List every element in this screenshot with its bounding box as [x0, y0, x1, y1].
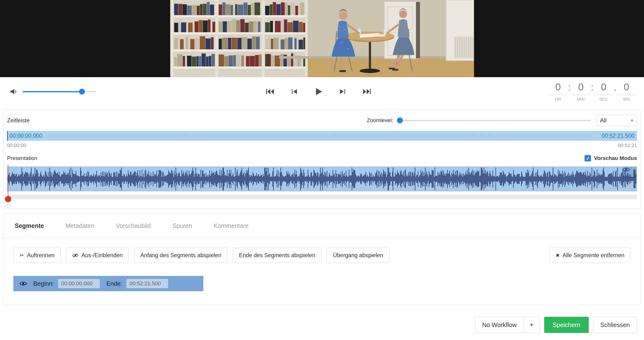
- transport-controls: [265, 77, 372, 106]
- remove-all-segments-label: Alle Segmente entfernen: [562, 252, 624, 259]
- workflow-select-value[interactable]: No Workflow: [475, 317, 524, 333]
- preview-mode-checkbox[interactable]: ✓: [584, 155, 591, 162]
- split-segment-label: Auftrennen: [27, 252, 54, 259]
- segment-list-item[interactable]: Beginn: Ende:: [14, 276, 203, 291]
- timeline-bar[interactable]: 00:00:00.000 00:52:21.500: [7, 131, 637, 141]
- tab-segmente[interactable]: Segmente: [15, 222, 44, 229]
- play-button[interactable]: [314, 87, 323, 96]
- time-hours: 0 HR: [549, 82, 568, 102]
- waveform-scrollbar[interactable]: [7, 195, 637, 199]
- tab-spuren[interactable]: Spuren: [172, 222, 192, 229]
- remove-all-segments-button[interactable]: ✖ Alle Segmente entfernen: [550, 248, 630, 263]
- segment-toolbar: ✂ Auftrennen Aus-/Einblenden Anfang des …: [14, 248, 630, 263]
- play-icon: [314, 87, 323, 96]
- zoom-range-value: All: [600, 117, 606, 124]
- zoom-slider[interactable]: [396, 120, 591, 121]
- timeline-ticks: [50, 135, 592, 137]
- segment-begin-label: Beginn:: [33, 280, 54, 287]
- save-button[interactable]: Speichern: [544, 317, 589, 333]
- waveform-svg: [7, 167, 637, 191]
- preview-mode-toggle[interactable]: ✓ Vorschau Modus: [584, 155, 637, 162]
- volume-fill: [22, 91, 82, 92]
- playhead-line: [8, 165, 8, 197]
- scissors-icon: ✂: [20, 252, 24, 258]
- volume-button[interactable]: [10, 88, 18, 95]
- waveform-section: [7, 167, 637, 199]
- workflow-select[interactable]: No Workflow ▾: [475, 317, 540, 333]
- next-frame-icon: [338, 88, 347, 96]
- chevron-down-icon: ▾: [530, 322, 533, 328]
- track-header: Presentation ✓ Vorschau Modus: [7, 152, 637, 165]
- video-stage: [0, 0, 644, 77]
- previous-frame-button[interactable]: [290, 88, 299, 96]
- skip-end-icon: [362, 88, 372, 96]
- axis-start-time: 00:00:00: [7, 143, 26, 149]
- editor-tabs-panel: Segmente Metadaten Vorschaubild Spuren K…: [4, 213, 640, 305]
- video-frame: [170, 0, 474, 77]
- speaker-icon: [10, 88, 18, 95]
- workflow-caret-button[interactable]: ▾: [524, 317, 540, 333]
- timeline-axis: 00:00:00 00:52:21: [7, 143, 637, 149]
- segment-end-label: Ende:: [106, 280, 122, 287]
- track-title: Presentation: [7, 155, 38, 162]
- eye-slash-icon: [72, 253, 78, 258]
- play-segment-end-label: Ende des Segments abspielen: [239, 252, 315, 259]
- segment-visibility-toggle[interactable]: [622, 167, 637, 178]
- split-segment-button[interactable]: ✂ Auftrennen: [14, 248, 61, 263]
- segment-eye-icon: [20, 281, 27, 286]
- time-ms-label: MS: [623, 97, 630, 102]
- preview-mode-label: Vorschau Modus: [594, 155, 637, 162]
- time-hours-label: HR: [555, 97, 561, 102]
- play-segment-start-label: Anfang des Segments abspielen: [140, 252, 221, 259]
- time-separator: :: [568, 82, 572, 93]
- play-transition-label: Übergang abspielen: [333, 252, 383, 259]
- play-segment-start-button[interactable]: Anfang des Segments abspielen: [134, 248, 228, 263]
- timeline-panel: Zeitleiste Zoomlevel: All ▾ 00:00:00.000…: [4, 110, 640, 209]
- waveform-track[interactable]: [7, 167, 637, 191]
- zoom-range-select[interactable]: All ▾: [596, 115, 637, 126]
- timeline-header: Zeitleiste Zoomlevel: All ▾: [7, 110, 637, 131]
- active-tab-notch: [25, 235, 31, 241]
- segment-begin-input[interactable]: [58, 279, 100, 289]
- timeline-title: Zeitleiste: [7, 117, 30, 124]
- remove-icon: ✖: [556, 253, 560, 258]
- tab-kommentare[interactable]: Kommentare: [214, 222, 248, 229]
- time-minutes: 0 MIN: [572, 82, 590, 102]
- time-minutes-label: MIN: [577, 97, 585, 102]
- play-transition-button[interactable]: Übergang abspielen: [327, 248, 390, 263]
- timeline-start-time: 00:00:00.000: [10, 133, 42, 139]
- playhead-handle[interactable]: [5, 196, 11, 202]
- play-segment-end-button[interactable]: Ende des Segments abspielen: [233, 248, 322, 263]
- volume-handle[interactable]: [79, 89, 85, 95]
- time-seconds: 0 SEC: [594, 82, 613, 102]
- player-controls: 0 HR : 0 MIN : 0 SEC . 0 MS: [0, 77, 644, 106]
- zoom-label: Zoomlevel:: [367, 117, 393, 124]
- time-separator: .: [613, 82, 617, 93]
- toggle-segment-visibility-button[interactable]: Aus-/Einblenden: [66, 248, 129, 263]
- zoom-handle[interactable]: [397, 118, 403, 123]
- tab-bar: Segmente Metadaten Vorschaubild Spuren K…: [4, 214, 640, 238]
- check-icon: ✓: [586, 156, 590, 161]
- toggle-segment-visibility-label: Aus-/Einblenden: [82, 252, 123, 259]
- time-seconds-value: 0: [594, 82, 613, 95]
- skip-to-end-button[interactable]: [362, 88, 372, 96]
- time-display: 0 HR : 0 MIN : 0 SEC . 0 MS: [549, 82, 636, 102]
- time-minutes-value: 0: [572, 82, 590, 95]
- tab-vorschaubild[interactable]: Vorschaubild: [116, 222, 151, 229]
- segment-end-input[interactable]: [126, 279, 168, 289]
- next-frame-button[interactable]: [338, 88, 347, 96]
- time-separator: :: [590, 82, 594, 93]
- footer-actions: No Workflow ▾ Speichern Schliessen: [0, 305, 644, 333]
- time-hours-value: 0: [549, 82, 568, 95]
- timeline-end-time: 00:52:21.500: [602, 133, 634, 139]
- previous-frame-icon: [290, 88, 299, 96]
- skip-start-icon: [265, 88, 275, 96]
- close-button[interactable]: Schliessen: [593, 317, 637, 333]
- time-ms: 0 MS: [617, 82, 636, 102]
- skip-to-start-button[interactable]: [265, 88, 275, 96]
- volume-control: [10, 77, 96, 106]
- chevron-down-icon: ▾: [631, 118, 633, 123]
- volume-slider[interactable]: [22, 91, 96, 92]
- axis-end-time: 00:52:21: [618, 143, 637, 149]
- tab-metadaten[interactable]: Metadaten: [65, 222, 94, 229]
